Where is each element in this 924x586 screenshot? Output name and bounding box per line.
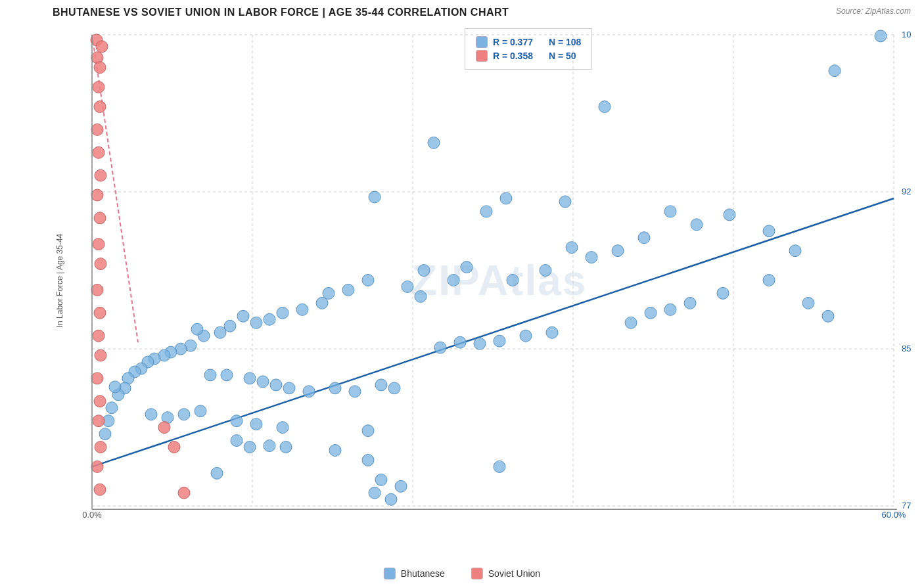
svg-point-106 xyxy=(625,317,637,328)
svg-point-45 xyxy=(316,297,328,309)
svg-point-78 xyxy=(349,386,361,397)
svg-point-81 xyxy=(145,409,157,420)
svg-point-36 xyxy=(507,275,519,286)
svg-point-107 xyxy=(802,297,814,309)
svg-point-76 xyxy=(303,386,315,397)
svg-text:100.0%: 100.0% xyxy=(902,30,911,39)
svg-point-83 xyxy=(178,409,190,420)
svg-point-93 xyxy=(362,425,374,437)
svg-point-34 xyxy=(586,252,597,263)
svg-point-24 xyxy=(559,196,571,208)
svg-point-94 xyxy=(211,467,223,479)
svg-point-124 xyxy=(91,189,103,201)
svg-point-136 xyxy=(91,461,103,472)
svg-text:77.5%: 77.5% xyxy=(902,501,911,510)
svg-point-19 xyxy=(829,65,841,77)
bottom-legend-soviet: Soviet Union xyxy=(471,568,540,579)
chart-title: BHUTANESE VS SOVIET UNION IN LABOR FORCE… xyxy=(53,7,911,18)
bottom-legend: Bhutanese Soviet Union xyxy=(384,568,540,579)
svg-point-118 xyxy=(94,62,106,74)
bottom-legend-label-bhutanese: Bhutanese xyxy=(401,568,445,579)
svg-text:60.0%: 60.0% xyxy=(882,510,906,520)
svg-point-112 xyxy=(474,338,486,349)
svg-point-102 xyxy=(717,287,729,299)
svg-point-31 xyxy=(638,232,650,244)
svg-point-129 xyxy=(94,307,106,319)
svg-point-23 xyxy=(500,192,512,204)
svg-point-28 xyxy=(724,209,735,221)
svg-point-42 xyxy=(362,275,374,286)
svg-text:92.5%: 92.5% xyxy=(902,187,911,196)
svg-point-139 xyxy=(168,441,180,453)
svg-point-66 xyxy=(109,381,121,393)
svg-point-120 xyxy=(94,101,106,113)
svg-point-130 xyxy=(93,330,104,342)
svg-point-49 xyxy=(250,317,262,328)
svg-point-52 xyxy=(214,327,226,338)
chart-container: BHUTANESE VS SOVIET UNION IN LABOR FORCE… xyxy=(0,0,924,586)
svg-point-29 xyxy=(763,225,775,237)
svg-point-18 xyxy=(875,30,887,42)
svg-point-37 xyxy=(461,261,473,273)
svg-line-17 xyxy=(92,35,138,342)
svg-point-116 xyxy=(96,41,108,53)
svg-point-67 xyxy=(106,402,118,414)
svg-point-22 xyxy=(369,191,381,203)
svg-point-140 xyxy=(178,487,190,499)
svg-point-20 xyxy=(599,101,611,113)
svg-point-133 xyxy=(94,395,106,407)
svg-point-131 xyxy=(95,349,106,361)
svg-point-72 xyxy=(244,372,256,384)
svg-point-80 xyxy=(388,382,400,394)
svg-point-100 xyxy=(385,493,397,505)
svg-point-47 xyxy=(277,307,289,319)
svg-point-71 xyxy=(221,369,233,381)
svg-point-110 xyxy=(520,330,532,342)
svg-point-73 xyxy=(257,376,269,388)
svg-point-108 xyxy=(822,310,834,322)
svg-point-48 xyxy=(264,313,275,325)
bottom-legend-bhutanese: Bhutanese xyxy=(384,568,445,579)
svg-point-135 xyxy=(95,441,106,453)
svg-point-103 xyxy=(684,297,696,309)
svg-point-39 xyxy=(418,265,430,277)
svg-point-96 xyxy=(375,474,387,485)
svg-point-114 xyxy=(434,342,446,353)
svg-point-113 xyxy=(454,336,466,348)
svg-point-79 xyxy=(375,379,387,391)
svg-point-126 xyxy=(93,238,104,250)
svg-point-101 xyxy=(763,275,775,286)
svg-point-128 xyxy=(91,284,103,296)
svg-point-25 xyxy=(480,206,492,217)
svg-point-121 xyxy=(91,124,103,135)
svg-point-77 xyxy=(329,382,341,394)
svg-point-123 xyxy=(95,169,106,181)
svg-point-89 xyxy=(244,441,256,453)
svg-point-50 xyxy=(237,310,249,322)
svg-point-138 xyxy=(158,422,170,434)
svg-point-86 xyxy=(250,418,262,430)
svg-point-43 xyxy=(342,284,354,296)
svg-point-70 xyxy=(204,369,216,381)
svg-point-125 xyxy=(94,212,106,224)
svg-point-111 xyxy=(494,335,505,347)
svg-point-69 xyxy=(99,428,111,440)
svg-text:85.0%: 85.0% xyxy=(902,344,911,353)
svg-point-119 xyxy=(93,81,104,93)
svg-point-127 xyxy=(95,258,106,270)
svg-point-54 xyxy=(191,323,203,335)
svg-point-134 xyxy=(93,415,104,427)
chart-area: In Labor Force | Age 35-44 R = 0.377 N =… xyxy=(53,22,911,539)
source-label: Source: ZipAtlas.com xyxy=(836,7,911,16)
svg-point-74 xyxy=(270,379,282,391)
svg-point-92 xyxy=(329,445,341,457)
svg-text:0.0%: 0.0% xyxy=(82,510,102,520)
svg-point-87 xyxy=(277,422,289,434)
svg-point-137 xyxy=(94,484,106,495)
svg-point-32 xyxy=(612,245,624,257)
svg-point-30 xyxy=(789,245,801,257)
svg-point-84 xyxy=(195,405,206,417)
bottom-legend-label-soviet: Soviet Union xyxy=(488,568,540,579)
svg-point-46 xyxy=(296,304,308,315)
svg-line-16 xyxy=(92,198,894,466)
